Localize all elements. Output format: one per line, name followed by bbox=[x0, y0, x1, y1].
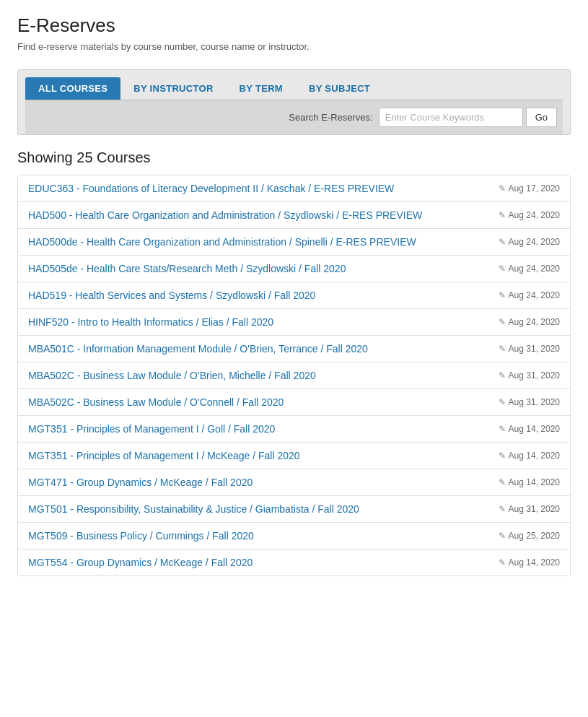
edit-icon: ✎ bbox=[499, 504, 506, 514]
course-date: ✎Aug 24, 2020 bbox=[499, 290, 560, 300]
course-date: ✎Aug 31, 2020 bbox=[499, 344, 560, 354]
date-text: Aug 24, 2020 bbox=[509, 317, 560, 327]
table-row: MBA502C - Business Law Module / O'Connel… bbox=[18, 389, 570, 416]
date-text: Aug 24, 2020 bbox=[509, 210, 560, 220]
date-text: Aug 14, 2020 bbox=[509, 451, 560, 461]
course-date: ✎Aug 24, 2020 bbox=[499, 237, 560, 247]
course-link[interactable]: MBA502C - Business Law Module / O'Connel… bbox=[28, 396, 284, 408]
edit-icon: ✎ bbox=[499, 477, 506, 487]
table-row: MGT351 - Principles of Management I / Go… bbox=[18, 416, 570, 443]
tab-by-term[interactable]: BY TERM bbox=[227, 77, 296, 100]
course-link[interactable]: MBA502C - Business Law Module / O'Brien,… bbox=[28, 370, 316, 381]
date-text: Aug 31, 2020 bbox=[509, 397, 560, 407]
edit-icon: ✎ bbox=[499, 531, 506, 541]
course-date: ✎Aug 24, 2020 bbox=[499, 317, 560, 327]
course-link[interactable]: EDUC363 - Foundations of Literacy Develo… bbox=[28, 183, 394, 194]
date-text: Aug 31, 2020 bbox=[509, 344, 560, 354]
go-button[interactable]: Go bbox=[526, 108, 557, 127]
tab-all-courses[interactable]: ALL COURSES bbox=[25, 77, 120, 100]
tab-by-subject[interactable]: BY SUBJECT bbox=[296, 77, 383, 100]
edit-icon: ✎ bbox=[499, 290, 506, 300]
table-row: MGT509 - Business Policy / Cummings / Fa… bbox=[18, 523, 570, 549]
edit-icon: ✎ bbox=[499, 264, 506, 274]
course-link[interactable]: HAD505de - Health Care Stats/Research Me… bbox=[28, 263, 346, 274]
date-text: Aug 24, 2020 bbox=[509, 264, 560, 274]
edit-icon: ✎ bbox=[499, 183, 506, 194]
course-link[interactable]: MGT471 - Group Dynamics / McKeage / Fall… bbox=[28, 477, 253, 488]
edit-icon: ✎ bbox=[499, 317, 506, 327]
tabs-container: ALL COURSES BY INSTRUCTOR BY TERM BY SUB… bbox=[17, 69, 571, 135]
table-row: HAD519 - Health Services and Systems / S… bbox=[18, 282, 570, 309]
course-link[interactable]: HAD519 - Health Services and Systems / S… bbox=[28, 290, 315, 301]
course-link[interactable]: MGT554 - Group Dynamics / McKeage / Fall… bbox=[28, 557, 253, 568]
date-text: Aug 31, 2020 bbox=[509, 504, 560, 514]
date-text: Aug 31, 2020 bbox=[509, 370, 560, 381]
table-row: MGT351 - Principles of Management I / Mc… bbox=[18, 443, 570, 469]
date-text: Aug 14, 2020 bbox=[509, 424, 560, 434]
edit-icon: ✎ bbox=[499, 397, 506, 407]
course-link[interactable]: MGT501 - Responsibility, Sustainability … bbox=[28, 503, 359, 515]
tabs-row: ALL COURSES BY INSTRUCTOR BY TERM BY SUB… bbox=[25, 77, 563, 100]
course-date: ✎Aug 14, 2020 bbox=[499, 424, 560, 434]
edit-icon: ✎ bbox=[499, 557, 506, 568]
course-date: ✎Aug 14, 2020 bbox=[499, 451, 560, 461]
search-input[interactable] bbox=[379, 108, 523, 127]
course-link[interactable]: MGT351 - Principles of Management I / Go… bbox=[28, 423, 275, 435]
date-text: Aug 14, 2020 bbox=[509, 557, 560, 568]
table-row: MGT554 - Group Dynamics / McKeage / Fall… bbox=[18, 549, 570, 575]
course-link[interactable]: MBA501C - Information Management Module … bbox=[28, 343, 368, 355]
edit-icon: ✎ bbox=[499, 424, 506, 434]
table-row: MBA502C - Business Law Module / O'Brien,… bbox=[18, 362, 570, 389]
course-link[interactable]: MGT351 - Principles of Management I / Mc… bbox=[28, 450, 300, 461]
edit-icon: ✎ bbox=[499, 237, 506, 247]
table-row: HAD500 - Health Care Organization and Ad… bbox=[18, 202, 570, 229]
course-date: ✎Aug 24, 2020 bbox=[499, 210, 560, 220]
search-bar: Search E-Reserves: Go bbox=[25, 100, 563, 134]
date-text: Aug 17, 2020 bbox=[509, 183, 560, 194]
edit-icon: ✎ bbox=[499, 210, 506, 220]
date-text: Aug 25, 2020 bbox=[509, 531, 560, 541]
edit-icon: ✎ bbox=[499, 370, 506, 381]
course-list: EDUC363 - Foundations of Literacy Develo… bbox=[17, 175, 571, 576]
showing-label: Showing 25 Courses bbox=[17, 149, 571, 166]
course-date: ✎Aug 31, 2020 bbox=[499, 504, 560, 514]
date-text: Aug 24, 2020 bbox=[509, 290, 560, 300]
page-subtitle: Find e-reserve materials by course numbe… bbox=[17, 41, 571, 52]
table-row: MGT471 - Group Dynamics / McKeage / Fall… bbox=[18, 469, 570, 496]
edit-icon: ✎ bbox=[499, 451, 506, 461]
date-text: Aug 24, 2020 bbox=[509, 237, 560, 247]
course-date: ✎Aug 14, 2020 bbox=[499, 477, 560, 487]
table-row: EDUC363 - Foundations of Literacy Develo… bbox=[18, 175, 570, 202]
search-label: Search E-Reserves: bbox=[289, 112, 372, 123]
table-row: HAD505de - Health Care Stats/Research Me… bbox=[18, 256, 570, 282]
table-row: HAD500de - Health Care Organization and … bbox=[18, 229, 570, 256]
course-link[interactable]: HAD500 - Health Care Organization and Ad… bbox=[28, 209, 422, 221]
course-date: ✎Aug 14, 2020 bbox=[499, 557, 560, 568]
course-link[interactable]: HINF520 - Intro to Health Informatics / … bbox=[28, 316, 273, 328]
table-row: MGT501 - Responsibility, Sustainability … bbox=[18, 496, 570, 523]
tab-by-instructor[interactable]: BY INSTRUCTOR bbox=[120, 77, 226, 100]
course-date: ✎Aug 31, 2020 bbox=[499, 397, 560, 407]
page-title: E-Reserves bbox=[17, 14, 571, 37]
table-row: HINF520 - Intro to Health Informatics / … bbox=[18, 309, 570, 336]
edit-icon: ✎ bbox=[499, 344, 506, 354]
course-date: ✎Aug 24, 2020 bbox=[499, 264, 560, 274]
table-row: MBA501C - Information Management Module … bbox=[18, 336, 570, 362]
course-link[interactable]: MGT509 - Business Policy / Cummings / Fa… bbox=[28, 530, 254, 542]
course-date: ✎Aug 31, 2020 bbox=[499, 370, 560, 381]
course-date: ✎Aug 17, 2020 bbox=[499, 183, 560, 194]
course-link[interactable]: HAD500de - Health Care Organization and … bbox=[28, 236, 416, 248]
date-text: Aug 14, 2020 bbox=[509, 477, 560, 487]
course-date: ✎Aug 25, 2020 bbox=[499, 531, 560, 541]
